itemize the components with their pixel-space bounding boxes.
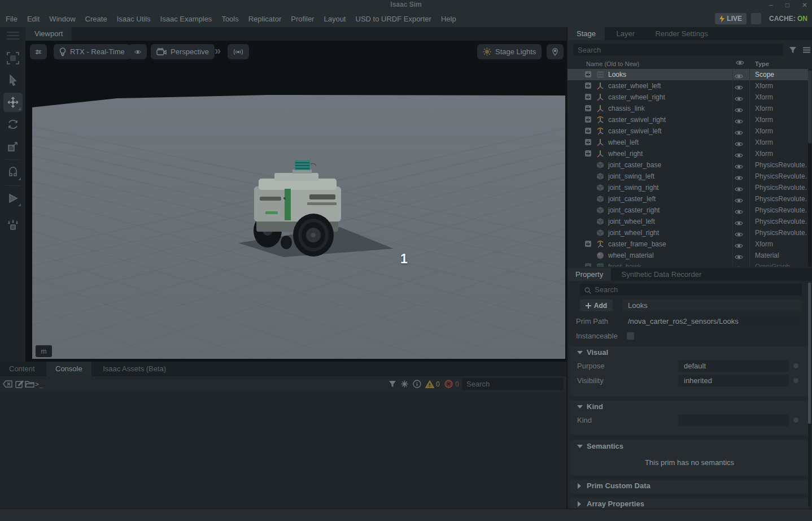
terminal-prompt-icon[interactable]: >_ <box>35 380 43 388</box>
viewport-settings-button[interactable] <box>30 44 47 59</box>
live-dropdown-caret[interactable] <box>751 13 761 24</box>
stage-tree-row[interactable]: chassis_link Xform <box>567 103 809 114</box>
menu-edit[interactable]: Edit <box>27 15 40 23</box>
view-visibility-button[interactable] <box>129 44 147 59</box>
camera-button[interactable]: Perspective <box>151 44 215 59</box>
stage-tree-row[interactable]: joint_wheel_left PhysicsRevolute... <box>567 216 809 227</box>
stage-filter-icon[interactable] <box>789 46 797 56</box>
menu-isaac-examples[interactable]: Isaac Examples <box>160 15 212 23</box>
stage-tree-row[interactable]: caster_swivel_left Xform <box>567 125 809 137</box>
expand-toggle-icon[interactable] <box>585 116 591 123</box>
purpose-dropdown[interactable]: default <box>678 360 789 372</box>
kind-dropdown[interactable] <box>678 414 789 426</box>
menu-replicator[interactable]: Replicator <box>248 15 282 23</box>
expand-toggle-icon[interactable] <box>585 105 591 111</box>
warning-filter-icon[interactable] <box>425 379 434 389</box>
property-search-input[interactable] <box>580 284 802 296</box>
stage-tree-row[interactable]: caster_swivel_right Xform <box>567 114 809 125</box>
expand-toggle-icon[interactable] <box>585 128 591 134</box>
stage-tree-row[interactable]: wheel_right Xform <box>567 148 809 159</box>
menu-profiler[interactable]: Profiler <box>291 15 314 23</box>
instanceable-checkbox[interactable] <box>627 332 634 340</box>
toolbar-expand-chevrons-icon[interactable]: » <box>215 44 219 57</box>
section-semantics-header[interactable]: Semantics <box>570 440 809 453</box>
select-tool[interactable] <box>3 71 23 90</box>
stage-tree-row[interactable]: Looks Scope <box>567 69 809 80</box>
stage-tree-row[interactable]: joint_swing_right PhysicsRevolute... <box>567 182 809 193</box>
prim-path-field[interactable]: /nova_carter_ros2_sensors/Looks <box>622 315 802 327</box>
attribute-link-icon[interactable] <box>793 378 798 383</box>
expand-toggle-icon[interactable] <box>585 83 591 89</box>
close-icon[interactable]: ✕ <box>802 2 807 8</box>
section-array-properties-header[interactable]: Array Properties <box>570 498 809 509</box>
stage-search-input[interactable] <box>573 44 783 56</box>
property-scrollbar[interactable] <box>808 283 811 506</box>
tab-viewport[interactable]: Viewport <box>25 27 72 41</box>
stage-tree-row[interactable]: caster_frame_base Xform <box>567 238 809 250</box>
tab-layer[interactable]: Layer <box>607 27 644 40</box>
waypoint-button[interactable] <box>547 44 564 59</box>
stage-options-icon[interactable] <box>802 46 811 56</box>
snap-tool[interactable] <box>3 163 23 182</box>
tab-console[interactable]: Console <box>46 362 91 376</box>
stage-lights-button[interactable]: Stage Lights <box>477 44 542 59</box>
prim-name-field[interactable]: Looks <box>622 299 802 311</box>
menu-window[interactable]: Window <box>49 15 75 23</box>
column-name[interactable]: Name (Old to New) <box>586 60 639 67</box>
stage-tree-row[interactable]: caster_wheel_right Xform <box>567 92 809 103</box>
attribute-link-icon[interactable] <box>793 418 798 423</box>
section-kind-header[interactable]: Kind <box>570 401 809 413</box>
menu-file[interactable]: File <box>6 15 18 23</box>
open-log-folder-icon[interactable] <box>25 379 34 389</box>
stage-tree-row[interactable]: joint_caster_left PhysicsRevolute... <box>567 193 809 205</box>
info-filter-icon[interactable] <box>412 379 422 389</box>
add-property-button[interactable]: Add <box>580 299 613 311</box>
stage-tree-row[interactable]: joint_caster_right PhysicsRevolute... <box>567 205 809 216</box>
tab-isaac-assets[interactable]: Isaac Assets (Beta) <box>94 362 175 376</box>
menu-create[interactable]: Create <box>85 15 107 23</box>
expand-toggle-icon[interactable] <box>585 139 591 145</box>
renderer-button[interactable]: RTX - Real-Time <box>54 44 130 59</box>
console-search-input[interactable] <box>462 378 564 390</box>
column-type[interactable]: Type <box>755 60 769 67</box>
scale-tool[interactable] <box>3 137 23 156</box>
toolbar-grip[interactable] <box>7 32 19 33</box>
tab-render-settings[interactable]: Render Settings <box>646 27 717 40</box>
minimize-icon[interactable]: – <box>769 2 773 8</box>
verbose-filter-icon[interactable] <box>400 379 409 389</box>
section-prim-custom-data-header[interactable]: Prim Custom Data <box>570 480 809 492</box>
error-filter-icon[interactable] <box>444 379 453 389</box>
tab-content[interactable]: Content <box>0 362 44 376</box>
expand-toggle-icon[interactable] <box>585 241 591 247</box>
stage-tree-row[interactable]: joint_swing_left PhysicsRevolute... <box>567 171 809 182</box>
stage-tree-row[interactable]: wheel_left Xform <box>567 137 809 148</box>
rotate-tool[interactable] <box>3 115 23 134</box>
tab-synthetic-data-recorder[interactable]: Synthetic Data Recorder <box>614 268 710 281</box>
move-tool[interactable] <box>3 93 23 112</box>
stage-tree-row[interactable]: wheel_material Material <box>567 250 809 261</box>
console-output-area[interactable] <box>0 392 566 509</box>
menu-isaac-utils[interactable]: Isaac Utils <box>117 15 151 23</box>
tab-property[interactable]: Property <box>567 268 611 281</box>
broadcast-button[interactable] <box>228 44 249 59</box>
expand-toggle-icon[interactable] <box>585 71 591 77</box>
live-button[interactable]: LIVE <box>715 13 746 24</box>
clear-console-icon[interactable] <box>3 379 12 389</box>
tab-stage[interactable]: Stage <box>567 27 605 40</box>
visibility-dropdown[interactable]: inherited <box>678 375 789 387</box>
expand-toggle-icon[interactable] <box>585 94 591 100</box>
expand-toggle-icon[interactable] <box>585 263 591 267</box>
section-visual-header[interactable]: Visual <box>570 346 809 359</box>
console-filter-icon[interactable] <box>387 379 397 389</box>
menu-help[interactable]: Help <box>441 15 456 23</box>
stage-tree-row[interactable]: joint_caster_base PhysicsRevolute... <box>567 159 809 171</box>
menu-layout[interactable]: Layout <box>324 15 346 23</box>
viewport-3d-scene[interactable]: 1 m <box>32 62 565 359</box>
selection-mode-tool[interactable] <box>3 49 23 68</box>
stage-tree-row[interactable]: joint_wheel_right PhysicsRevolute... <box>567 227 809 238</box>
play-tool[interactable] <box>3 189 23 208</box>
stage-tree-row[interactable]: front_hawk OmniGraph <box>567 261 809 267</box>
attribute-link-icon[interactable] <box>793 363 798 368</box>
edit-log-icon[interactable] <box>15 379 24 389</box>
stage-tree-row[interactable]: caster_wheel_left Xform <box>567 80 809 92</box>
